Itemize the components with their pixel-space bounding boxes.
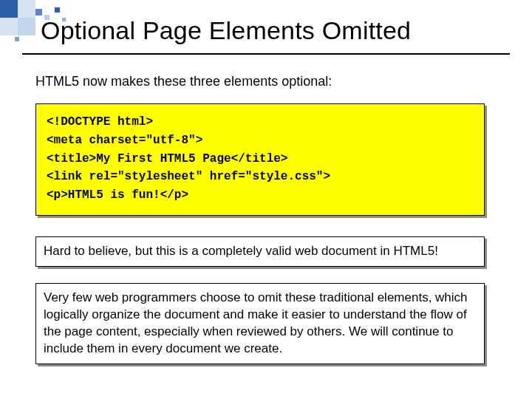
code-block: <!DOCTYPE html> <meta charset="utf-8"> <… (35, 103, 485, 216)
code-line: <link rel="stylesheet" href="style.css"> (47, 168, 474, 186)
callout-box-1: Hard to believe, but this is a completel… (35, 236, 485, 267)
slide-title: Optional Page Elements Omitted (41, 16, 510, 45)
intro-text: HTML5 now makes these three elements opt… (35, 74, 497, 89)
code-line: <!DOCTYPE html> (47, 113, 474, 132)
svg-rect-4 (35, 9, 42, 16)
svg-rect-3 (18, 18, 35, 35)
code-line: <title>My First HTML5 Page</title> (47, 150, 474, 168)
svg-rect-8 (15, 37, 19, 41)
svg-rect-2 (0, 18, 18, 35)
svg-rect-6 (55, 7, 60, 13)
code-line: <meta charset="utf-8"> (47, 132, 474, 150)
title-underline (22, 53, 510, 55)
slide: Optional Page Elements Omitted HTML5 now… (0, 0, 532, 399)
code-line: <p>HTML5 is fun!</p> (47, 186, 474, 205)
svg-rect-1 (18, 0, 35, 18)
svg-rect-0 (0, 0, 18, 18)
callout-box-2: Very few web programmers choose to omit … (35, 283, 485, 364)
